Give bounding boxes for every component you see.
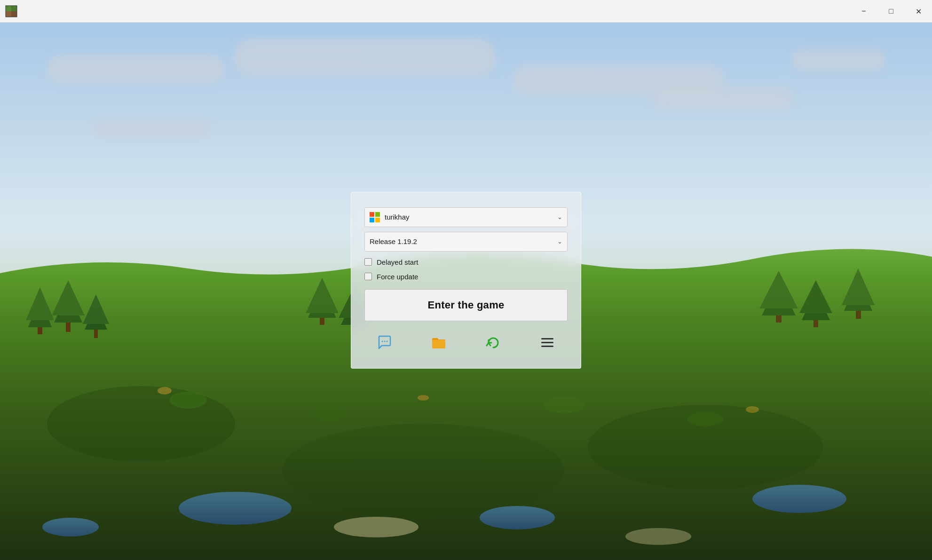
svg-point-44 [158,387,172,394]
app-block-icon [5,5,17,17]
ms-logo-green [375,212,380,217]
version-value: Release 1.19.2 [370,237,557,245]
svg-point-39 [313,407,346,421]
ms-logo-red [370,212,374,217]
cloud-1 [47,55,225,83]
svg-point-38 [169,392,207,409]
svg-point-42 [334,517,419,537]
window-controls: − □ ✕ [850,0,932,22]
refresh-icon [486,335,501,350]
account-dropdown-arrow: ⌄ [557,213,562,221]
minimize-button[interactable]: − [850,0,877,23]
menu-button[interactable] [528,329,568,357]
folder-icon [431,335,446,350]
svg-point-41 [687,411,723,426]
chat-icon [377,335,392,350]
account-dropdown[interactable]: turikhay ⌄ [364,207,568,227]
launcher-dialog: turikhay ⌄ Release 1.19.2 ⌄ Delayed star… [351,192,581,369]
cloud-5 [93,119,211,138]
svg-rect-2 [7,6,8,8]
cloud-4 [652,87,793,110]
svg-point-10 [179,492,292,525]
microsoft-logo [370,212,380,222]
delayed-start-checkbox[interactable] [364,258,372,266]
hamburger-menu-icon [541,338,553,347]
svg-point-43 [625,528,691,545]
version-dropdown-arrow: ⌄ [557,238,562,245]
delayed-start-row: Delayed start [364,258,568,266]
svg-rect-5 [11,6,17,17]
svg-point-13 [42,518,99,536]
cloud-2 [233,39,497,76]
version-dropdown[interactable]: Release 1.19.2 ⌄ [364,232,568,252]
svg-point-8 [282,424,564,518]
svg-point-48 [384,340,385,342]
icon-bar [364,329,568,357]
folder-button[interactable] [419,329,459,357]
titlebar: − □ ✕ [0,0,932,23]
refresh-button[interactable] [473,329,513,357]
svg-point-49 [386,340,387,342]
svg-point-40 [543,396,585,413]
ms-logo-blue [370,218,374,222]
force-update-row: Force update [364,273,568,281]
svg-point-12 [752,485,846,513]
enter-game-button[interactable]: Enter the game [364,289,568,321]
svg-point-45 [418,395,429,401]
force-update-checkbox[interactable] [364,273,372,280]
svg-point-7 [47,386,235,461]
chat-button[interactable] [364,329,404,357]
svg-point-46 [746,406,759,413]
app-icon-container [0,0,23,23]
svg-point-47 [381,340,383,342]
menu-line-3 [541,346,553,347]
menu-line-2 [541,342,553,343]
close-button[interactable]: ✕ [905,0,932,23]
force-update-label[interactable]: Force update [377,273,418,281]
delayed-start-label[interactable]: Delayed start [377,258,418,266]
cloud-6 [791,49,885,71]
menu-line-1 [541,338,553,339]
maximize-button[interactable]: □ [877,0,905,23]
account-name: turikhay [385,213,557,221]
svg-point-11 [480,506,555,529]
ms-logo-yellow [375,218,380,222]
